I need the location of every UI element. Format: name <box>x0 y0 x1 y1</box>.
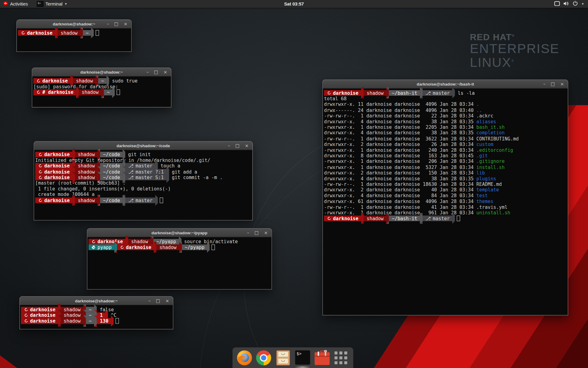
close-button[interactable]: × <box>124 20 127 28</box>
output-text: [master (root-commit) 50bcb63] . <box>35 180 126 186</box>
powerline-arrow <box>420 213 423 224</box>
dock-files-icon[interactable] <box>276 350 291 365</box>
git-branch-icon: ⎇ <box>128 169 134 174</box>
terminal-content[interactable]: darknoiseshadow~/bash-it⎇master ls -lato… <box>323 89 568 315</box>
output-text: drwxrwxr-x. 4 darknoise darknoise 84 Jan… <box>324 193 477 198</box>
output-line: -rwxrwxr-x. 1 darknoise darknoise 961 Ja… <box>324 210 568 216</box>
powerline-arrow <box>386 213 389 224</box>
output-line: Initialized empty Git repository in /hom… <box>35 157 252 163</box>
powerline-arrow <box>386 87 389 98</box>
terminal-content[interactable]: darknoiseshadow~/code git initInitialize… <box>34 150 252 220</box>
terminal-content[interactable]: darknoiseshadow~ <box>17 29 131 52</box>
terminal-content[interactable]: darknoiseshadow~ falsedarknoiseshadow~1 … <box>20 305 173 329</box>
dock-terminal-icon[interactable]: $> <box>295 350 310 365</box>
chevron-down-icon[interactable]: ▼ <box>581 2 584 6</box>
output-line: drwxrwxr-x. 2 darknoise darknoise 26 Jan… <box>324 141 568 147</box>
output-line: create mode 100644 a <box>35 192 252 197</box>
maximize-button[interactable]: □ <box>114 20 119 28</box>
distro-swirl-icon <box>92 240 96 243</box>
maximize-button[interactable]: □ <box>154 68 158 76</box>
top-bar: Activities $> Terminal ▼ Sat 03:57 ▼ <box>0 0 588 8</box>
prompt-segment-path: ~/code <box>100 169 123 174</box>
window-title: darknoise@shadow:~/bash-it <box>323 82 568 86</box>
maximize-button[interactable]: □ <box>254 229 259 237</box>
output-text: .ackrc <box>477 113 493 118</box>
output-text: -rw-rw-r--. 1 darknoise darknoise 41 Jan… <box>324 204 477 210</box>
powerline-arrow <box>80 27 83 38</box>
activities-button[interactable]: Activities <box>0 0 31 8</box>
window-titlebar[interactable]: darknoise@shadow:~/code – □ × <box>34 142 252 150</box>
output-line: drwxrwxr-x. 4 darknoise darknoise 38 Jan… <box>324 176 568 182</box>
dock-app-grid-icon[interactable] <box>334 350 349 365</box>
file-name-executable: .editorconfig <box>477 147 513 153</box>
terminal-window: darknoise@shadow:~ – □ × darknoiseshadow… <box>17 20 132 52</box>
close-button[interactable]: × <box>245 142 249 150</box>
minimize-button[interactable]: – <box>228 142 230 150</box>
output-text: [sudo] password for darknoise: <box>33 84 118 89</box>
minimize-button[interactable]: – <box>146 68 149 76</box>
file-name-directory: custom <box>477 141 493 147</box>
output-line: drwxrwxr-x. 4 darknoise darknoise 38 Jan… <box>324 119 568 125</box>
prompt-segment-path: ~ <box>86 318 94 324</box>
prompt-segment-path: ~ <box>86 312 94 318</box>
terminal-content[interactable]: darknoiseshadow~ sudo true[sudo] passwor… <box>32 77 171 107</box>
file-name-directory: template <box>477 187 499 193</box>
prompt-line: pyappdarknoiseshadow~/pyapp <box>89 244 272 250</box>
powerline-arrow <box>420 87 423 98</box>
git-branch-icon: ⎇ <box>425 216 431 221</box>
prompt-segment-user: darknoise <box>33 78 70 84</box>
app-menu-terminal[interactable]: $> Terminal ▼ <box>34 0 70 8</box>
file-name-directory: plugins <box>477 176 496 181</box>
powerline-arrow <box>155 195 158 206</box>
powerline-arrow <box>83 316 86 327</box>
clock[interactable]: Sat 03:57 <box>0 1 588 6</box>
prompt-segment-git: ⎇master <box>423 216 452 221</box>
distro-swirl-icon <box>36 90 40 94</box>
maximize-button[interactable]: □ <box>235 142 239 150</box>
minimize-button[interactable]: – <box>148 297 150 305</box>
display-icon[interactable] <box>554 1 560 7</box>
prompt-segment-host: shadow <box>61 318 83 324</box>
prompt-segment-user: darknoise <box>89 239 126 245</box>
prompt-segment-host: shadow <box>75 163 98 169</box>
powerline-arrow <box>207 242 210 253</box>
dock-chrome-icon[interactable] <box>256 350 271 365</box>
distro-swirl-icon <box>21 31 25 35</box>
powerline-arrow <box>94 316 97 327</box>
distro-swirl-icon <box>38 152 42 156</box>
prompt-segment-host: shadow <box>75 152 98 158</box>
prompt-line: darknoiseshadow~/bash-it⎇master ls -la <box>324 90 568 96</box>
terminal-content[interactable]: darknoiseshadow~/pyapp source bin/activa… <box>87 237 271 289</box>
output-line: drwxrwxr-x. 4 darknoise darknoise 38 Jan… <box>324 130 568 136</box>
window-titlebar[interactable]: darknoise@shadow:~ – □ × <box>32 68 171 77</box>
text-cursor <box>212 244 215 250</box>
volume-icon[interactable] <box>563 1 569 7</box>
minimize-button[interactable]: – <box>543 80 545 88</box>
dock-firefox-icon[interactable] <box>237 350 252 365</box>
window-titlebar[interactable]: darknoise@shadow:~ – □ × <box>17 20 131 29</box>
output-line: drwxrwxr-x. 2 darknoise darknoise 40 Jan… <box>324 187 568 193</box>
minimize-button[interactable]: – <box>107 20 109 28</box>
dock-toolbox-icon[interactable] <box>315 350 330 365</box>
minimize-button[interactable]: – <box>247 229 249 237</box>
prompt-line: darknoiseshadow~/code⎇master ?:1 git add… <box>35 169 252 174</box>
terminal-window: darknoise@shadow:~/bash-it – □ × darknoi… <box>322 80 568 316</box>
close-button[interactable]: × <box>264 229 268 237</box>
power-icon[interactable] <box>573 1 578 7</box>
maximize-button[interactable]: □ <box>551 80 555 88</box>
close-button[interactable]: × <box>165 297 169 305</box>
file-name-directory: . <box>477 102 479 107</box>
close-button[interactable]: × <box>164 68 167 76</box>
powerline-arrow <box>58 316 61 327</box>
red-corner-graphic <box>0 355 17 368</box>
close-button[interactable]: × <box>560 80 564 88</box>
window-titlebar[interactable]: darknoise@shadow:~/bash-it – □ × <box>323 80 568 89</box>
distro-swirl-icon <box>24 319 28 323</box>
file-name-directory: aliases <box>477 119 496 124</box>
file-name-directory: test <box>477 193 488 198</box>
python-icon <box>92 245 96 249</box>
maximize-button[interactable]: □ <box>156 297 160 305</box>
file-name-executable: .gitignore <box>477 159 505 164</box>
powerline-arrow <box>111 316 114 327</box>
output-line: -rwxrwxr-x. 1 darknoise darknoise 5327 J… <box>324 164 568 170</box>
